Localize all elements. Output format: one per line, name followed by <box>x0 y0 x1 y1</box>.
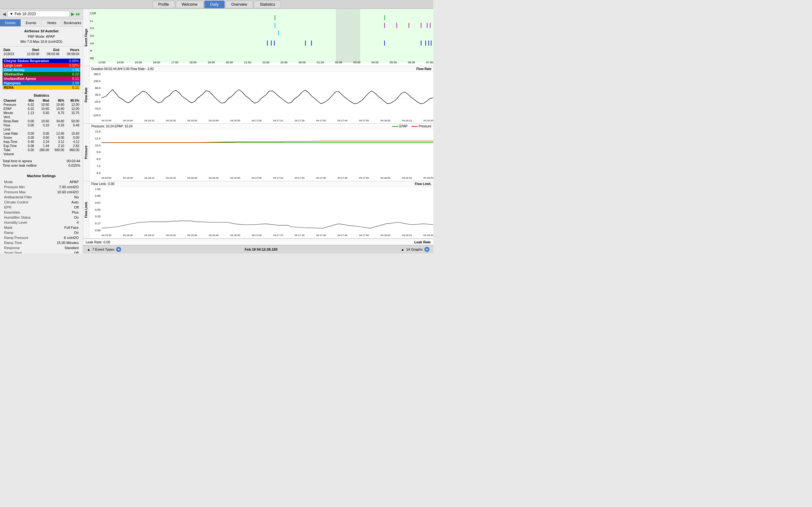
tab-events[interactable]: Events <box>21 19 42 26</box>
col-end: End <box>40 48 60 52</box>
stat-p95: 10.60 <box>50 107 65 111</box>
totals-section: Total time in apnea 00:03:44 Time over l… <box>0 158 83 169</box>
stat-min: 0.00 <box>24 135 35 140</box>
event-flags-axis-label: Event Flags <box>84 29 88 46</box>
setting-value: 10.60 cmH2O <box>48 190 80 194</box>
col-date: Date <box>3 48 20 52</box>
tab-bookmarks[interactable]: Bookmarks <box>62 19 83 26</box>
setting-value: 4 <box>48 220 80 225</box>
fast-forward-arrow[interactable]: ⏭ <box>76 11 80 16</box>
setting-value: APAP <box>48 180 80 184</box>
svg-rect-24 <box>101 129 433 175</box>
tab-details[interactable]: Details <box>0 19 21 26</box>
prev-date-arrow[interactable]: ◀ <box>3 11 6 16</box>
legend-pressure: Pressure <box>411 124 432 128</box>
event-label-ll: Large Leak <box>3 63 64 67</box>
stat-channel: Vent. <box>3 115 24 119</box>
event-label-rera: RERA <box>3 85 64 90</box>
setting-value: On <box>48 215 80 220</box>
settings-row: Pressure Min 7.00 cmH2O <box>3 185 80 189</box>
stat-col-min: Min <box>24 99 35 103</box>
stat-p99: 15.75 <box>65 111 80 115</box>
next-date-arrow[interactable]: ▶ <box>71 11 74 16</box>
total-apnea-row: Total time in apnea 00:03:44 <box>3 159 80 163</box>
stat-p99: 0.48 <box>65 123 80 127</box>
stat-p95: 0.33 <box>50 123 65 127</box>
event-label-ca: Clear Airway <box>3 67 64 72</box>
tab-welcome[interactable]: Welcome <box>176 1 204 8</box>
tab-overview[interactable]: Overview <box>225 1 253 8</box>
graphs-cycle-btn[interactable]: ▼ <box>424 247 429 252</box>
event-type-cycle-btn[interactable]: ▼ <box>116 247 121 252</box>
settings-row: Mask Full Face <box>3 225 80 230</box>
stats-row: Volume <box>3 152 80 156</box>
stats-row: Minute 1.13 5.50 8.75 15.75 <box>3 111 80 115</box>
tab-daily[interactable]: Daily <box>204 1 225 8</box>
machine-settings-title: Machine Settings <box>3 173 80 179</box>
event-value-ca: 1.56 <box>64 67 80 72</box>
flow-rate-axis-label: Flow Rate <box>84 88 88 102</box>
tab-statistics[interactable]: Statistics <box>254 1 281 8</box>
setting-value: Off <box>48 250 80 254</box>
stat-p99: 12.00 <box>65 103 80 107</box>
event-value-oa: 0.22 <box>64 72 80 76</box>
setting-value: Auto <box>48 200 80 205</box>
stat-med: 0.00 <box>35 135 50 140</box>
stat-min <box>24 115 35 119</box>
setting-value: On <box>48 230 80 235</box>
stat-med: 0.10 <box>35 123 50 127</box>
ef-label-ua: UA <box>90 42 98 45</box>
event-flags-svg <box>98 9 433 63</box>
stat-channel: EPAP <box>3 107 24 111</box>
tab-notes[interactable]: Notes <box>42 19 62 26</box>
event-flags-y-labels: CSR LL CA OA UA H RE <box>90 9 98 63</box>
pressure-range: Min 7.0 Max 10.6 (cmH2O) <box>3 39 80 44</box>
ef-label-ll: LL <box>90 19 98 22</box>
stat-p95: 12.00 <box>50 131 65 135</box>
settings-row: Ramp Time 15.00 Minutes <box>3 240 80 245</box>
stat-p95: 3.12 <box>50 140 65 144</box>
event-flags-inner: CSR LL CA OA UA H RE <box>90 9 433 66</box>
stat-channel: Exp.Time <box>3 144 24 148</box>
pressure-axis-label: Pressure <box>84 146 88 159</box>
legend-epap-label: EPAP <box>399 124 408 128</box>
settings-row: Smart Start Off <box>3 250 80 254</box>
stat-med: 0.00 <box>35 131 50 135</box>
stat-p99: 0.00 <box>65 135 80 140</box>
stat-channel: Minute <box>3 111 24 115</box>
flow-limit-title-bar: Flow Limit.: 0.00 Flow Limit. <box>90 181 433 187</box>
event-row-ua: Unclassified Apnea 0.11 <box>3 76 80 81</box>
flow-limit-axis-label: Flow Limit. <box>84 202 88 218</box>
setting-label: Response <box>3 245 47 250</box>
stat-min: 6.02 <box>24 107 35 111</box>
top-nav: Profile Welcome Daily Overview Statistic… <box>0 0 433 9</box>
stat-min: 0.00 <box>24 119 35 123</box>
date-selector[interactable]: ▼ Feb 18 2023 <box>7 11 70 17</box>
flow-rate-rotated-label: Flow Rate <box>83 66 90 123</box>
statistics-table: Channel Min Med 95% 99.5% Pressure 6.02 … <box>3 99 80 156</box>
flow-rate-inner: Duration 00:02:44 AHI 0.00 Flow Rate: -3… <box>90 66 433 123</box>
ef-label-h: H <box>90 49 98 52</box>
total-apnea-label: Total time in apnea <box>3 159 32 163</box>
leak-rate-title-left: Leak Rate: 0.00 <box>86 240 110 244</box>
settings-row: Humidifier Status On <box>3 215 80 220</box>
stat-p95: 2.10 <box>50 144 65 148</box>
stat-channel: Resp.Rate <box>3 119 24 123</box>
stats-row: Resp.Rate 0.00 19.60 34.80 50.00 <box>3 119 80 123</box>
stat-p95: 34.80 <box>50 119 65 123</box>
stat-p95: 10.60 <box>50 103 65 107</box>
svg-rect-1 <box>336 9 360 63</box>
setting-label: Ramp Time <box>3 240 47 245</box>
stat-med: 1.44 <box>35 144 50 148</box>
event-count: 7 Event Types <box>92 247 114 251</box>
stat-med: 2.24 <box>35 140 50 144</box>
pressure-title-bar: Pressure: 10.24 EPAP: 10.24 EPAP Pressur… <box>90 124 433 129</box>
setting-value: 7.00 cmH2O <box>48 185 80 189</box>
legend-epap: EPAP <box>392 124 408 128</box>
tab-profile[interactable]: Profile <box>152 1 175 8</box>
stat-med: 19.60 <box>35 119 50 123</box>
setting-label: Smart Start <box>3 250 47 254</box>
stat-channel: Limit. <box>3 127 24 131</box>
stats-row: Vent. <box>3 115 80 119</box>
stat-channel: Snore <box>3 135 24 140</box>
